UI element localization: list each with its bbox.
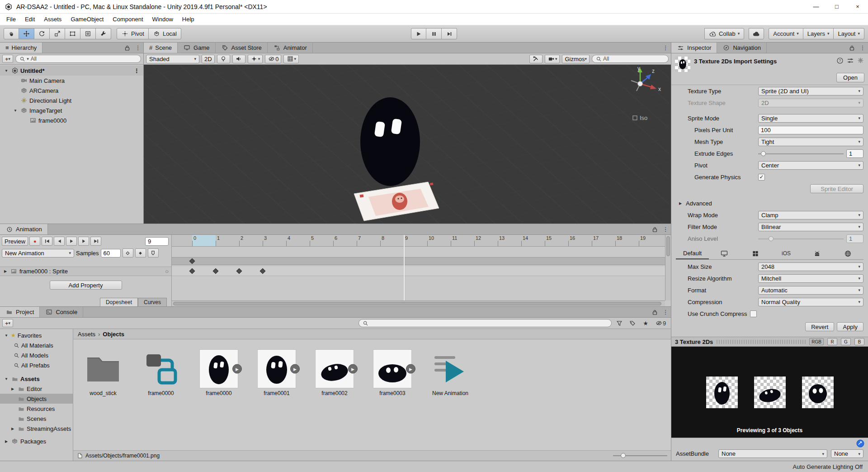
tree-folder-streamingassets[interactable]: ▶ StreamingAssets <box>0 424 73 434</box>
format-dropdown[interactable]: Automatic▾ <box>758 286 863 295</box>
menu-dots-icon[interactable]: ⋮ <box>132 43 143 53</box>
help-icon[interactable]: ? <box>836 57 844 64</box>
gizmos-dropdown[interactable]: Gizmos ▾ <box>562 55 590 63</box>
tree-folder-resources[interactable]: Resources <box>0 404 73 414</box>
samples-field[interactable]: 60 <box>101 249 121 257</box>
asset-item-wood-stick[interactable]: wood_stick <box>80 349 127 396</box>
slider-thumb[interactable] <box>761 151 766 156</box>
create-asset-button[interactable]: + ▾ <box>2 319 13 327</box>
foldout-open-icon[interactable]: ▼ <box>4 377 9 381</box>
presets-icon[interactable] <box>846 57 854 64</box>
filter-by-label-icon[interactable] <box>627 321 638 326</box>
record-button[interactable]: ● <box>29 237 40 246</box>
menu-dots-icon[interactable]: ⋮ <box>660 43 671 53</box>
tab-platform-default[interactable]: Default <box>676 248 709 259</box>
add-property-button[interactable]: Add Property <box>50 281 122 290</box>
animation-clip-dropdown[interactable]: New Animation ▾ <box>2 249 74 257</box>
tab-game[interactable]: Game <box>178 43 215 53</box>
revert-button[interactable]: Revert <box>805 322 834 331</box>
filter-by-type-icon[interactable] <box>614 321 625 326</box>
asset-item-frame0000[interactable]: ▶ frame0000 <box>195 349 242 396</box>
rect-tool-button[interactable] <box>65 28 80 39</box>
vscroll-thumb[interactable] <box>666 236 670 256</box>
tree-folder-objects[interactable]: Objects <box>0 394 73 404</box>
scale-tool-button[interactable] <box>50 28 65 39</box>
asset-label-icon[interactable] <box>856 439 864 448</box>
layers-dropdown[interactable]: Layers ▾ <box>803 28 834 39</box>
project-search-input[interactable] <box>370 320 608 326</box>
keyframe-diamond[interactable] <box>189 268 195 274</box>
previous-key-button[interactable] <box>54 237 65 246</box>
expand-sprites-icon[interactable]: ▶ <box>290 364 300 374</box>
advanced-label[interactable]: Advanced <box>686 200 712 207</box>
toggle-2d-button[interactable]: 2D <box>202 55 215 63</box>
foldout-closed-icon[interactable]: ▶ <box>678 201 683 205</box>
dopesheet-vscrollbar[interactable] <box>665 235 671 300</box>
settings-gear-icon[interactable] <box>857 57 864 64</box>
hierarchy-search[interactable]: ▾ <box>15 55 141 63</box>
tree-packages[interactable]: ▶ Packages <box>0 436 73 446</box>
scene-audio-button[interactable] <box>232 55 245 63</box>
tab-console[interactable]: Console <box>40 307 83 317</box>
last-frame-button[interactable] <box>90 237 101 246</box>
hierarchy-item-main-camera[interactable]: Main Camera <box>0 76 143 86</box>
preview-header[interactable]: 3 Texture 2Ds RGB R G B <box>671 337 868 347</box>
playhead[interactable] <box>404 235 405 300</box>
cloud-services-button[interactable] <box>749 28 764 39</box>
minimize-button[interactable]: — <box>806 0 826 13</box>
extrude-edges-field[interactable]: 1 <box>846 149 863 158</box>
tree-folder-scenes[interactable]: Scenes <box>0 414 73 424</box>
tree-assets[interactable]: ▼ Assets <box>0 374 73 384</box>
channel-g-button[interactable]: G <box>841 338 851 345</box>
tree-all-materials[interactable]: All Materials <box>0 340 73 350</box>
breadcrumb-objects[interactable]: Objects <box>103 331 124 338</box>
hierarchy-item-imagetarget[interactable]: ▼ ImageTarget <box>0 105 143 115</box>
asset-item-frame0003[interactable]: ▶ frame0003 <box>369 349 416 396</box>
shading-mode-dropdown[interactable]: Shaded ▾ <box>146 55 199 63</box>
open-button[interactable]: Open <box>836 73 864 82</box>
keyframe-diamond[interactable] <box>189 258 195 264</box>
foldout-closed-icon[interactable]: ▶ <box>3 269 8 273</box>
foldout-open-icon[interactable]: ▼ <box>13 109 18 113</box>
collab-button[interactable]: Collab ▾ <box>704 28 744 39</box>
account-dropdown[interactable]: Account ▾ <box>769 28 803 39</box>
tree-all-prefabs[interactable]: All Prefabs <box>0 360 73 370</box>
compression-dropdown[interactable]: Normal Quality▾ <box>758 298 863 306</box>
lock-icon[interactable] <box>649 224 660 234</box>
pause-button[interactable] <box>426 28 442 39</box>
close-button[interactable]: × <box>847 0 868 13</box>
add-keyframe-button[interactable] <box>123 248 133 257</box>
menu-dots-icon[interactable]: ⋮ <box>660 224 671 234</box>
apply-button[interactable]: Apply <box>837 322 863 331</box>
tree-folder-editor[interactable]: ▶ Editor <box>0 384 73 394</box>
hand-tool-button[interactable] <box>4 28 19 39</box>
dopesheet-summary-row[interactable] <box>172 257 665 265</box>
mesh-type-dropdown[interactable]: Tight▾ <box>758 138 863 146</box>
dopesheet-area[interactable]: 012345678910111213141516171819 <box>172 235 671 306</box>
tab-animation[interactable]: Animation <box>0 224 48 234</box>
foldout-closed-icon[interactable]: ▶ <box>10 427 15 431</box>
expand-sprites-icon[interactable]: ▶ <box>348 364 358 374</box>
preview-drag-handle[interactable] <box>717 340 806 344</box>
generate-physics-checkbox[interactable]: ✓ <box>758 174 765 181</box>
expand-sprites-icon[interactable]: ▶ <box>232 364 242 374</box>
animation-track-header[interactable]: ▶ frame0000 : Sprite ○ <box>0 267 171 276</box>
current-frame-field[interactable]: 9 <box>145 237 169 246</box>
foldout-open-icon[interactable]: ▼ <box>4 334 9 338</box>
tab-inspector[interactable]: Inspector <box>671 43 717 53</box>
step-button[interactable] <box>442 28 457 39</box>
sprite-mode-dropdown[interactable]: Single▾ <box>758 114 863 123</box>
keyframe-diamond[interactable] <box>213 268 219 274</box>
asset-item-frame0001[interactable]: ▶ frame0001 <box>253 349 300 396</box>
extrude-edges-slider[interactable] <box>758 150 844 157</box>
local-toggle-button[interactable]: Local <box>149 28 181 39</box>
hierarchy-search-input[interactable] <box>31 56 137 62</box>
sprite-blob[interactable] <box>360 97 420 186</box>
hierarchy-item-frame0000[interactable]: frame0000 <box>0 115 143 125</box>
platform-webgl-icon[interactable] <box>833 248 863 259</box>
favorite-search-icon[interactable]: ★ <box>640 320 651 327</box>
pivot-dropdown[interactable]: Center▾ <box>758 161 863 170</box>
menu-assets[interactable]: Assets <box>39 14 66 25</box>
tab-project[interactable]: Project <box>0 307 40 317</box>
move-tool-button[interactable] <box>19 28 34 39</box>
